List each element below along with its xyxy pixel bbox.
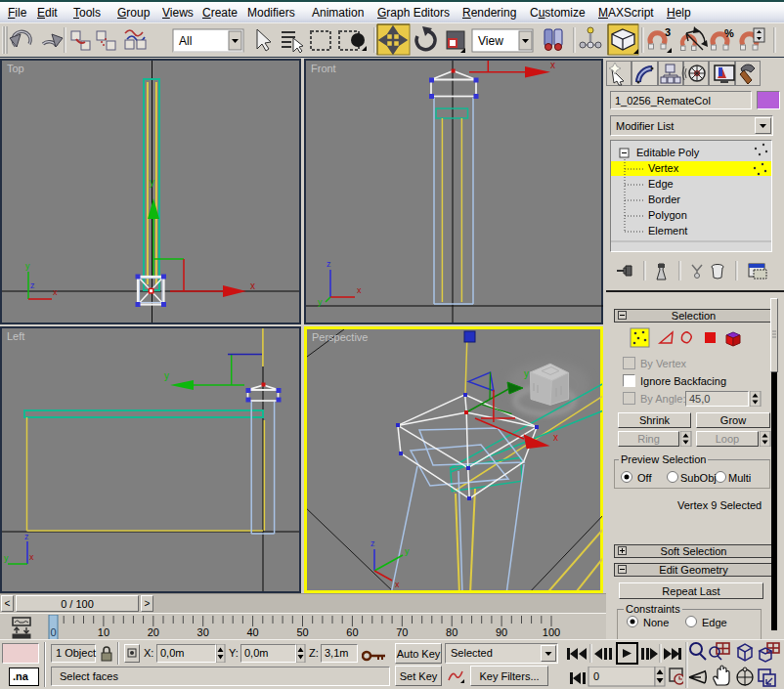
svg-text:z: z bbox=[370, 538, 375, 548]
svg-text:z: z bbox=[24, 532, 29, 541]
svg-text:x: x bbox=[357, 285, 362, 295]
svg-text:y: y bbox=[405, 546, 410, 556]
svg-text:y: y bbox=[4, 553, 9, 563]
svg-text:y: y bbox=[318, 297, 323, 307]
svg-text:z: z bbox=[30, 280, 35, 290]
svg-text:Editable Poly: Editable Poly bbox=[636, 147, 700, 158]
svg-text:90: 90 bbox=[496, 626, 507, 638]
svg-text:x: x bbox=[395, 580, 400, 589]
svg-text:0: 0 bbox=[593, 670, 599, 682]
svg-text:100: 100 bbox=[543, 626, 560, 638]
svg-text:y: y bbox=[164, 370, 169, 381]
svg-text:Edge: Edge bbox=[648, 178, 674, 190]
svg-text:x: x bbox=[553, 432, 558, 443]
svg-text:30: 30 bbox=[197, 626, 209, 638]
svg-text:z: z bbox=[327, 259, 331, 269]
svg-text:Vertex: Vertex bbox=[648, 162, 679, 174]
svg-text:10: 10 bbox=[98, 626, 109, 638]
svg-text:%: % bbox=[724, 27, 734, 39]
svg-text:3: 3 bbox=[665, 26, 671, 38]
svg-text:x: x bbox=[29, 552, 34, 562]
svg-text:Element: Element bbox=[648, 225, 687, 237]
svg-text:y: y bbox=[524, 368, 529, 379]
svg-text:y: y bbox=[25, 261, 30, 271]
svg-text:x: x bbox=[550, 61, 555, 70]
svg-text:y: y bbox=[150, 177, 154, 188]
svg-text:60: 60 bbox=[346, 626, 358, 638]
svg-text:40: 40 bbox=[246, 626, 258, 638]
svg-text:0: 0 bbox=[50, 626, 56, 638]
svg-text:Polygon: Polygon bbox=[648, 209, 687, 221]
svg-text:x: x bbox=[53, 287, 58, 297]
svg-text:View: View bbox=[478, 34, 503, 48]
svg-text:x: x bbox=[250, 280, 255, 291]
svg-text:80: 80 bbox=[446, 626, 457, 638]
svg-text:50: 50 bbox=[296, 626, 308, 638]
svg-text:Border: Border bbox=[648, 194, 680, 205]
svg-text:70: 70 bbox=[396, 626, 408, 638]
svg-text:All: All bbox=[179, 34, 192, 48]
svg-text:20: 20 bbox=[148, 626, 159, 638]
